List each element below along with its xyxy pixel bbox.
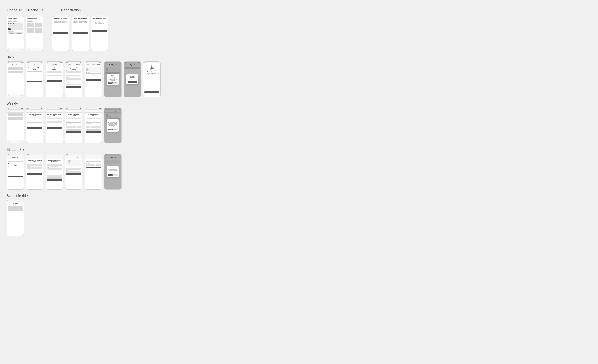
sb-s1: 9:41●●● xyxy=(7,154,24,156)
tb-w1: ⊞◷♡⚙ xyxy=(7,140,24,143)
payment-success-modal: Payment Successful? Your payment was suc… xyxy=(124,62,141,97)
sb-d8: 9:41●●● xyxy=(143,62,160,63)
phone-welcome1: 9:41●●● Welcome to Wiaffy Mohh_lumah We … xyxy=(7,15,24,51)
section-label-registration: Regristration xyxy=(61,8,81,12)
nav-w2: ‹Address xyxy=(26,109,43,113)
free-ride-banner: Get A Free Ride! We are happy to give yo… xyxy=(8,23,23,30)
status-bar-4: 9:41●●● xyxy=(72,15,89,17)
nav-d2: ‹Address xyxy=(26,63,43,66)
daily-phone8: 9:41●●● 🎉 Congratulations You have succe… xyxy=(143,61,161,97)
sb-s4: 9:41●●● xyxy=(65,154,82,156)
nav-d5: Location Duration Payment xyxy=(85,63,102,66)
sb-w3: 9:41●●● xyxy=(46,108,63,109)
section-label-weekly: Weekly xyxy=(7,101,591,105)
daily-phone1: 9:41●●● Subscription ⊞◷♡⚙ xyxy=(7,61,24,97)
confetti-icon: 🎉 xyxy=(149,65,155,70)
weekly-phone5: 9:41●●● LocationDuration set your subscr… xyxy=(85,108,102,143)
weekly-phone3: 9:41●●● LocationDuration How long should… xyxy=(46,108,63,143)
sb-d2: 9:41●●● xyxy=(26,62,43,63)
pin-input-boxes xyxy=(92,22,108,24)
payment-modal: Summary Are you sure you wish to Make a … xyxy=(104,62,121,97)
sb-d5: 9:41●●● xyxy=(85,62,102,63)
weekly-phone4: 9:41●●● LocationDuration set your subscr… xyxy=(65,108,83,143)
section-label-iphone2: iPhone 13 ... xyxy=(27,8,47,12)
nav-d4: Location Duration xyxy=(65,63,82,66)
welcome-title: Welcome to Wiaffy xyxy=(8,18,23,19)
sb-s3: 9:41●●● xyxy=(46,154,63,156)
daily-phone3: 9:41●●● Location Duration set your subsc… xyxy=(46,61,63,97)
section-label-student: Student Plan xyxy=(7,148,591,152)
sb-d1: 9:41●●● xyxy=(7,62,24,63)
weekly-phone1: 9:41●●● Subscription ⊞◷♡⚙ xyxy=(7,108,24,143)
plan-buttons: Subscribe Student Plan xyxy=(8,32,23,34)
name-input[interactable] xyxy=(53,24,68,25)
status-bar-2: 9:41●●● xyxy=(26,15,43,17)
student-phone6: 9:41●●● Weekly Ride Location Duration Pa… xyxy=(104,154,122,190)
tab-bar-2: ⊞◷♡⚙ xyxy=(26,48,43,51)
sb-w2: 9:41●●● xyxy=(26,108,43,109)
weekly-phone6: 9:41●●● Weekly Pay Location Duration Pay… xyxy=(104,108,122,143)
back-home-btn[interactable]: Back to Home xyxy=(144,91,159,93)
nav-w1: Subscription xyxy=(7,109,24,113)
daily-phone2: 9:41●●● ‹Address Please input your Addre… xyxy=(26,61,43,97)
nav-w5: LocationDuration xyxy=(85,109,102,113)
help-text: How can we help? xyxy=(8,31,23,32)
daily-phone6: 9:41●●● Card Payment Location Duration P… xyxy=(104,61,122,97)
student-phone5: 9:41●●● LocationDurationPayment Confirma… xyxy=(85,154,102,190)
nav-s4: LocationDurationPayment xyxy=(65,156,82,159)
status-bar: 9:41●●● xyxy=(7,15,24,17)
section-label-iphone1: iPhone 13 ... xyxy=(7,8,26,12)
section-label-schedule: Schedule ride xyxy=(7,194,591,198)
phone-reg1: 9:41●●● What Would you like us to call y… xyxy=(52,15,69,51)
nav-s2: LocationTime Table xyxy=(26,156,43,159)
daily-phone7: 9:41●●● Payment Payment Successful? Your… xyxy=(124,61,141,97)
nav-s3: DateTime Table xyxy=(46,156,63,159)
phone-reg3: 9:41●●● Enter the pin sent to your Numbe… xyxy=(91,15,108,51)
sb-w5: 9:41●●● xyxy=(85,108,102,109)
sb-w4: 9:41●●● xyxy=(65,108,82,109)
phone-reg2: 9:41●●● Please enter your Mobile Number … xyxy=(72,15,89,51)
nav-d1: Subscription xyxy=(7,63,24,66)
sb-s2: 9:41●●● xyxy=(26,154,43,156)
welcome-sub: We are happy to serve you xyxy=(8,21,23,22)
daily-phone5: 9:41●●● Location Duration Payment Route … xyxy=(85,61,102,97)
student-phone4: 9:41●●● LocationDurationPayment My Weekl… xyxy=(65,154,83,190)
tb-d1: ⊞◷♡⚙ xyxy=(7,94,24,97)
sb-s5: 9:41●●● xyxy=(85,154,102,156)
nav-w4: LocationDuration xyxy=(65,109,82,113)
nav-d3: Location Duration xyxy=(46,63,63,66)
weekly-payment-modal: Summary Are you sure you wish to Make a … xyxy=(104,108,121,143)
sb-w1: 9:41●●● xyxy=(7,108,24,109)
sb-sch1: 9:41●●● xyxy=(7,200,24,202)
nav-s1: Student Plan xyxy=(7,156,24,159)
tab-bar: ⊞◷♡⚙ xyxy=(7,48,24,51)
student-phone2: 9:41●●● LocationTime Table How long shou… xyxy=(26,154,43,190)
daily-phone4: 9:41●●● Location Duration set your subsc… xyxy=(65,61,83,97)
sb-d4: 9:41●●● xyxy=(65,62,82,63)
weekly-phone2: 9:41●●● ‹Address Please input your Addre… xyxy=(26,108,43,143)
student-payment-modal: Summary Are you sure you wish to Make a … xyxy=(104,154,121,189)
nav-s5: LocationDurationPayment xyxy=(85,156,102,159)
phone-welcome2: 9:41●●● Welcome to Wiaffy Mohh_lumah How… xyxy=(26,15,43,51)
status-bar-3: 9:41●●● xyxy=(52,15,69,17)
nav-sch1: Schedule xyxy=(7,202,24,205)
nav-w3: LocationDuration xyxy=(46,109,63,113)
student-phone1: 9:41●●● Student Plan Location Please inp… xyxy=(7,154,24,190)
student-phone3: 9:41●●● DateTime Table Input or upload p… xyxy=(46,154,63,190)
sb-d3: 9:41●●● xyxy=(46,62,63,63)
mobile-input[interactable] xyxy=(73,24,88,25)
schedule-phone1: 9:41●●● Schedule xyxy=(7,200,24,236)
section-label-daily: Daily xyxy=(7,55,591,59)
welcome-name: Mohh_lumah xyxy=(8,20,23,21)
status-bar-5: 9:41●●● xyxy=(91,15,108,17)
